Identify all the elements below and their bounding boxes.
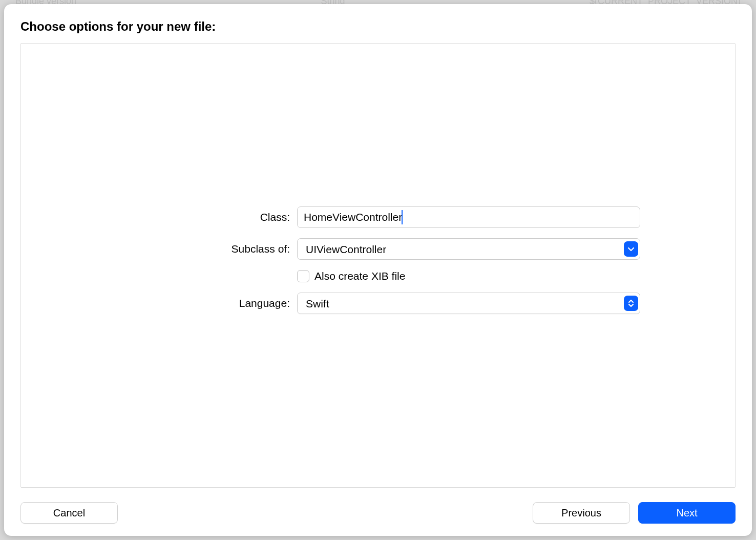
subclass-label: Subclass of: (116, 243, 290, 255)
subclass-combobox[interactable]: UIViewController (297, 238, 640, 260)
create-xib-checkbox[interactable] (297, 270, 309, 282)
class-label: Class: (116, 211, 290, 223)
class-name-input[interactable] (297, 206, 640, 228)
language-label: Language: (116, 297, 290, 309)
next-button[interactable]: Next (638, 502, 736, 524)
subclass-select-wrap: UIViewController (297, 238, 640, 260)
chevron-down-icon[interactable] (624, 241, 638, 257)
previous-button[interactable]: Previous (533, 502, 630, 524)
xib-checkbox-row: Also create XIB file (297, 270, 640, 282)
sheet-title: Choose options for your new file: (20, 19, 736, 34)
sheet-footer: Cancel Previous Next (20, 502, 736, 524)
language-select-wrap: Swift (297, 293, 640, 314)
class-field-wrap (297, 206, 640, 228)
sheet-body: Class: Subclass of: UIViewController Als… (20, 43, 736, 488)
create-xib-label: Also create XIB file (314, 270, 405, 282)
options-form: Class: Subclass of: UIViewController Als… (116, 206, 640, 314)
new-file-options-sheet: Choose options for your new file: Class:… (4, 4, 752, 536)
cancel-button[interactable]: Cancel (20, 502, 118, 524)
up-down-chevron-icon[interactable] (624, 296, 638, 311)
footer-right-group: Previous Next (533, 502, 736, 524)
language-popup[interactable]: Swift (297, 293, 640, 314)
